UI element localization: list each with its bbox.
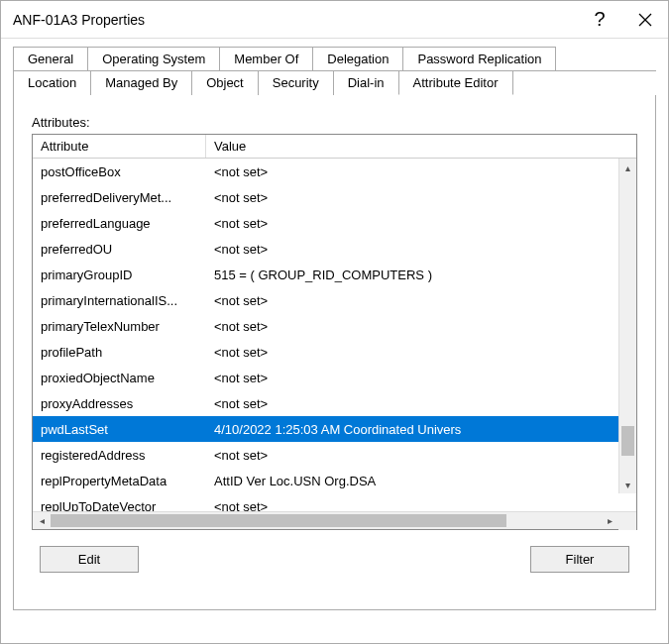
cell-value: <not set> xyxy=(206,238,636,261)
cell-value: <not set> xyxy=(206,341,636,364)
cell-attribute: postOfficeBox xyxy=(33,161,206,183)
cell-attribute: primaryInternationalIS... xyxy=(33,289,206,312)
table-row[interactable]: profilePath<not set> xyxy=(33,339,636,365)
tab-attribute-editor[interactable]: Attribute Editor xyxy=(398,70,513,95)
cell-value: <not set> xyxy=(206,444,636,467)
cell-value: <not set> xyxy=(206,186,636,209)
titlebar: ANF-01A3 Properties ? xyxy=(1,1,668,39)
edit-button[interactable]: Edit xyxy=(40,546,139,573)
cell-attribute: profilePath xyxy=(33,341,206,364)
table-row[interactable]: primaryTelexNumber<not set> xyxy=(33,313,636,339)
table-row[interactable]: postOfficeBox<not set> xyxy=(33,159,636,184)
cell-value: 515 = ( GROUP_RID_COMPUTERS ) xyxy=(206,264,636,286)
table-row[interactable]: primaryGroupID515 = ( GROUP_RID_COMPUTER… xyxy=(33,262,636,287)
table-row[interactable]: replUpToDateVector<not set> xyxy=(33,493,636,511)
scroll-left-icon[interactable]: ◂ xyxy=(33,512,51,530)
close-icon xyxy=(638,13,652,27)
tab-panel-attribute-editor: Attributes: Attribute Value postOfficeBo… xyxy=(13,95,656,610)
cell-value: <not set> xyxy=(206,367,636,389)
scroll-down-icon[interactable]: ▾ xyxy=(619,476,636,493)
cell-attribute: preferredLanguage xyxy=(33,212,206,235)
cell-attribute: proxiedObjectName xyxy=(33,367,206,389)
dialog-content: General Operating System Member Of Deleg… xyxy=(1,39,668,622)
cell-value: 4/10/2022 1:25:03 AM Coordinated Univers xyxy=(206,418,636,441)
cell-attribute: registeredAddress xyxy=(33,444,206,467)
cell-attribute: primaryGroupID xyxy=(33,264,206,286)
attributes-listbox[interactable]: Attribute Value postOfficeBox<not set>pr… xyxy=(32,134,637,530)
button-row: Edit Filter xyxy=(32,546,637,573)
scroll-up-icon[interactable]: ▴ xyxy=(619,159,636,176)
table-row[interactable]: proxyAddresses<not set> xyxy=(33,390,636,416)
tab-operating-system[interactable]: Operating System xyxy=(87,47,220,70)
vertical-scroll-thumb[interactable] xyxy=(621,426,634,456)
cell-value: <not set> xyxy=(206,315,636,338)
column-header-value[interactable]: Value xyxy=(206,135,636,158)
table-row[interactable]: preferredOU<not set> xyxy=(33,236,636,262)
table-row[interactable]: preferredDeliveryMet...<not set> xyxy=(33,184,636,210)
help-button[interactable]: ? xyxy=(577,1,622,39)
horizontal-scrollbar[interactable]: ◂ ▸ xyxy=(33,511,636,529)
window-title: ANF-01A3 Properties xyxy=(13,12,577,28)
table-row[interactable]: replPropertyMetaData AttID Ver Loc.USN O… xyxy=(33,468,636,493)
tab-managed-by[interactable]: Managed By xyxy=(90,70,192,95)
attributes-label: Attributes: xyxy=(32,115,637,130)
cell-attribute: pwdLastSet xyxy=(33,418,206,441)
column-header-attribute[interactable]: Attribute xyxy=(33,135,206,158)
tab-password-replication[interactable]: Password Replication xyxy=(402,47,556,70)
cell-value: <not set> xyxy=(206,392,636,415)
list-body: postOfficeBox<not set>preferredDeliveryM… xyxy=(33,159,636,511)
tab-object[interactable]: Object xyxy=(191,70,259,95)
tab-member-of[interactable]: Member Of xyxy=(219,47,313,70)
cell-attribute: preferredDeliveryMet... xyxy=(33,186,206,209)
cell-value: <not set> xyxy=(206,161,636,183)
tab-dial-in[interactable]: Dial-in xyxy=(333,70,399,95)
cell-value: AttID Ver Loc.USN Org.DSA xyxy=(206,470,636,492)
close-button[interactable] xyxy=(622,1,668,39)
horizontal-scroll-track[interactable] xyxy=(51,512,601,529)
tab-row-1: General Operating System Member Of Deleg… xyxy=(13,47,656,71)
cell-attribute: primaryTelexNumber xyxy=(33,315,206,338)
table-row[interactable]: preferredLanguage<not set> xyxy=(33,210,636,236)
tab-row-2: Location Managed By Object Security Dial… xyxy=(13,70,656,96)
scroll-corner xyxy=(618,512,636,530)
table-row[interactable]: proxiedObjectName<not set> xyxy=(33,365,636,390)
list-header: Attribute Value xyxy=(33,135,636,159)
vertical-scrollbar[interactable]: ▴ ▾ xyxy=(618,159,636,493)
horizontal-scroll-thumb[interactable] xyxy=(51,514,506,527)
scroll-right-icon[interactable]: ▸ xyxy=(601,512,618,530)
cell-value: <not set> xyxy=(206,289,636,312)
cell-attribute: proxyAddresses xyxy=(33,392,206,415)
filter-button[interactable]: Filter xyxy=(530,546,629,573)
cell-attribute: preferredOU xyxy=(33,238,206,261)
cell-attribute: replUpToDateVector xyxy=(33,495,206,512)
cell-value: <not set> xyxy=(206,495,636,512)
cell-attribute: replPropertyMetaData xyxy=(33,470,206,492)
table-row[interactable]: primaryInternationalIS...<not set> xyxy=(33,287,636,313)
tab-location[interactable]: Location xyxy=(13,70,91,95)
tab-security[interactable]: Security xyxy=(258,70,334,95)
tab-delegation[interactable]: Delegation xyxy=(312,47,403,70)
table-row[interactable]: registeredAddress<not set> xyxy=(33,442,636,468)
tab-general[interactable]: General xyxy=(13,47,88,70)
table-row[interactable]: pwdLastSet4/10/2022 1:25:03 AM Coordinat… xyxy=(33,416,636,442)
cell-value: <not set> xyxy=(206,212,636,235)
